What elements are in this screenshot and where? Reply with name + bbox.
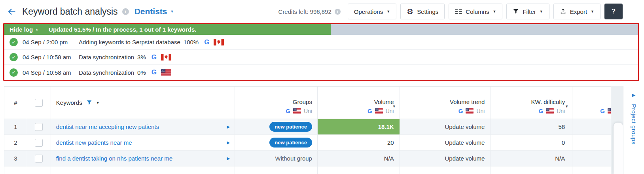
update-volume-link[interactable]: Update volume [445,139,485,146]
project-selector[interactable]: Dentists ▼ [134,7,174,16]
update-progress-bar: Hide log ▲ Updated 51.5% / In the proces… [4,24,638,35]
log-percent: 100% [184,39,199,45]
google-icon: G [204,38,209,46]
keyword-link[interactable]: dentist new patients near me [56,139,132,146]
row-checkbox[interactable] [35,123,43,131]
columns-icon [455,9,462,15]
table-row: 3 find a dentist taking on nhs patients … [4,151,611,166]
project-name: Dentists [134,7,167,16]
select-all-checkbox[interactable] [35,99,43,107]
chevron-down-icon: ▼ [540,10,543,13]
usa-flag-icon [546,108,554,113]
column-header-kw-difficulty[interactable]: KW. difficulty G Uni ▼ [491,87,572,119]
filter-button[interactable]: Filter ▼ [506,4,549,19]
usa-flag-icon [466,108,474,113]
success-check-icon: ✓ [9,68,18,77]
log-percent: 3% [137,54,146,61]
keyword-link[interactable]: dentist near me accepting new patients [56,123,159,130]
progress-summary: Updated 51.5% / In the process, 1 out of… [49,26,196,33]
settings-button[interactable]: ⚙ Settings [400,4,445,19]
project-groups-panel[interactable]: ▶ Project groups [623,86,644,174]
table-row: 2 dentist new patients near me ▶ new pat… [4,135,611,151]
column-header-groups[interactable]: Groups G Uni [235,87,318,119]
uni-label: Uni [386,108,394,114]
google-icon: G [458,108,463,114]
column-header-keywords[interactable]: Keywords ▼ [51,87,235,119]
export-upload-icon [560,8,566,15]
row-index: 3 [14,155,17,162]
update-volume-link[interactable]: Update volume [445,123,485,130]
table-header-row: # Keywords ▼ Groups G Uni Volume [4,87,611,119]
log-status: Adding keywords to Serpstat database [79,39,180,45]
canada-flag-icon [161,54,171,61]
chevron-down-icon: ▼ [96,101,100,105]
column-header-index: # [4,87,27,119]
title-info-icon[interactable]: i [122,8,129,15]
group-label: Without group [275,155,312,162]
success-check-icon: ✓ [9,53,18,61]
page-title: Keyword batch analysis [22,6,118,17]
gear-icon: ⚙ [407,8,413,15]
help-button[interactable]: ? [604,4,623,19]
column-header-volume[interactable]: Volume G Uni ▼ [318,87,400,119]
expand-row-icon[interactable]: ▶ [227,125,230,129]
hide-log-toggle[interactable]: Hide log ▲ [9,26,38,33]
google-icon: G [152,53,157,61]
usa-flag-icon [161,69,171,76]
column-header-checkbox [27,87,51,119]
uni-label: Uni [304,108,312,114]
row-index: 2 [14,139,17,146]
log-entry: ✓ 04 Sep / 2:00 pm Adding keywords to Se… [4,35,638,50]
kw-difficulty-value: N/A [555,155,565,162]
keyword-link[interactable]: find a dentist taking on nhs patients ne… [56,155,172,162]
expand-right-icon: ▶ [632,93,635,98]
columns-button[interactable]: Columns ▼ [449,4,502,19]
top-toolbar: Keyword batch analysis i Dentists ▼ Cred… [0,0,644,23]
uni-label: Uni [476,108,485,114]
project-groups-label: Project groups [631,104,637,144]
row-index: 1 [14,123,17,130]
google-icon: G [600,108,605,114]
log-time: 04 Sep / 2:00 pm [23,39,79,45]
filter-funnel-icon [513,8,519,15]
log-percent: 0% [137,69,146,76]
update-log-panel: Hide log ▲ Updated 51.5% / In the proces… [3,23,639,81]
sort-caret-icon: ▼ [565,104,568,108]
group-badge[interactable]: new patience [269,138,312,148]
success-check-icon: ✓ [9,38,18,46]
usa-flag-icon [375,108,383,113]
credits-info-icon[interactable]: i [335,9,341,15]
volume-value: N/A [384,155,394,162]
chevron-down-icon: ▼ [591,10,594,13]
log-time: 04 Sep / 10:58 am [23,69,79,76]
table-row-clipped [4,166,611,174]
column-header-volume-trend[interactable]: Volume trend G Uni [400,87,491,119]
row-checkbox[interactable] [35,139,43,147]
back-arrow-icon[interactable] [6,6,17,17]
log-entry: ✓ 04 Sep / 10:58 am Data synchronization… [4,65,638,80]
row-checkbox[interactable] [35,155,43,163]
log-status: Data synchronization [79,54,134,61]
google-icon: G [152,68,157,76]
column-header-clipped: G [572,87,611,119]
group-badge[interactable]: new patience [269,122,312,132]
usa-flag-icon [608,108,611,113]
usa-flag-icon [293,108,301,113]
log-entry: ✓ 04 Sep / 10:58 am Data synchronization… [4,50,638,65]
chevron-down-icon: ▼ [170,10,174,13]
operations-button[interactable]: Operations ▼ [348,4,396,19]
google-icon: G [286,108,290,114]
keywords-table: # Keywords ▼ Groups G Uni Volume [4,86,611,174]
google-icon: G [367,108,372,114]
expand-row-icon[interactable]: ▶ [227,156,230,161]
vertical-scrollbar[interactable] [614,123,623,174]
update-volume-link[interactable]: Update volume [445,155,485,162]
table-row: 1 dentist near me accepting new patients… [4,119,611,135]
export-button[interactable]: Export ▼ [553,4,600,19]
credits-text: Credits left: 996,892 [278,8,331,15]
expand-row-icon[interactable]: ▶ [227,140,230,145]
kw-difficulty-value: 58 [558,123,565,130]
filter-funnel-icon[interactable] [86,100,92,106]
kw-difficulty-value: 0 [562,139,565,146]
credits-left: Credits left: 996,892 i [278,8,341,15]
